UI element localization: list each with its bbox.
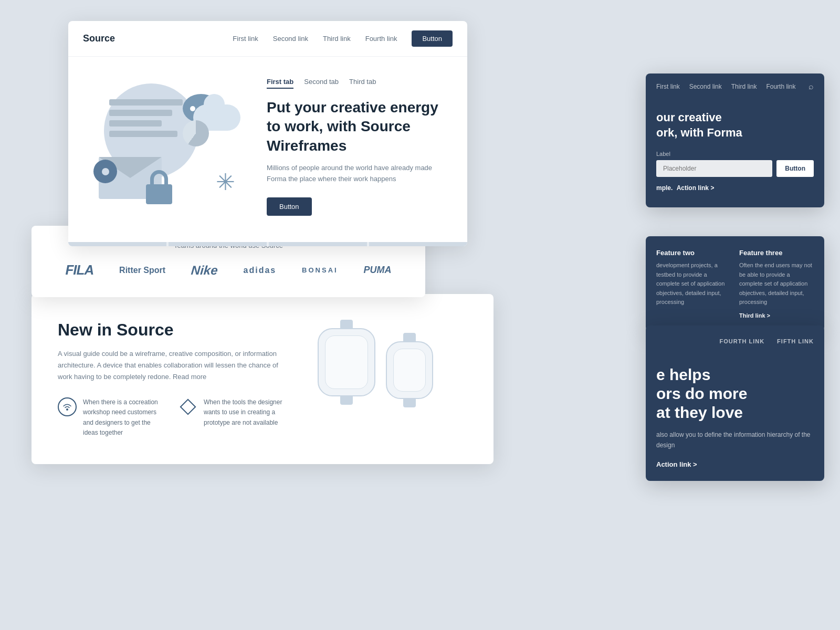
feature-text-2: When the tools the designer wants to use… bbox=[204, 397, 284, 428]
brand-fila: FILA bbox=[65, 262, 93, 278]
card-dark-top: First link Second link Third link Fourth… bbox=[646, 74, 824, 207]
dark-input-field[interactable] bbox=[656, 160, 772, 177]
new-feature-1: When there is a cocreation workshop need… bbox=[58, 397, 163, 438]
feature-three-link[interactable]: Third link > bbox=[739, 312, 814, 319]
hero-illustration: ✳ bbox=[83, 78, 251, 215]
brand-ritter: Ritter Sport bbox=[119, 266, 165, 275]
feature-card-three: Feature three Often the end users may no… bbox=[739, 249, 814, 319]
new-feature-2: When the tools the designer wants to use… bbox=[178, 397, 284, 438]
tab-third[interactable]: Third tab bbox=[349, 78, 376, 89]
watch-large bbox=[318, 328, 375, 396]
hero-title: Put your creative energy to work, with S… bbox=[267, 98, 453, 155]
hero-description: Millions of people around the world have… bbox=[267, 163, 453, 185]
hero-content: First tab Second tab Third tab Put your … bbox=[251, 78, 453, 216]
feature-text-1: When there is a cocreation workshop need… bbox=[83, 397, 163, 438]
dark-nav: First link Second link Third link Fourth… bbox=[646, 74, 824, 100]
dark-nav-third[interactable]: Third link bbox=[731, 83, 757, 90]
dark-nav-second[interactable]: Second link bbox=[689, 83, 722, 90]
dark-label: Label bbox=[656, 151, 814, 157]
watch-screen-small bbox=[393, 349, 426, 392]
footer-link-fifth[interactable]: FIFTH LINK bbox=[777, 338, 814, 344]
watch-body-small bbox=[386, 341, 433, 399]
nav-link-fourth[interactable]: Fourth link bbox=[365, 35, 397, 43]
card-dark-bottom: FOURTH LINK FIFTH LINK e helps ors do mo… bbox=[646, 326, 824, 481]
main-nav: Source First link Second link Third link… bbox=[68, 21, 467, 57]
card-dark-features: Feature two development projects, a test… bbox=[646, 236, 824, 331]
new-title: New in Source bbox=[58, 320, 284, 340]
lock-shackle bbox=[150, 170, 168, 186]
dark-input-row: Button bbox=[656, 160, 814, 177]
search-icon[interactable]: ⌕ bbox=[808, 82, 814, 91]
hero-cta-button[interactable]: Button bbox=[267, 197, 312, 216]
hero-tabs: First tab Second tab Third tab bbox=[267, 78, 453, 89]
illustration-pie bbox=[183, 120, 209, 146]
feature-card-two: Feature two development projects, a test… bbox=[656, 249, 731, 319]
illustration-lines bbox=[109, 99, 193, 141]
divider-bar-4 bbox=[369, 242, 467, 246]
feature-three-desc: Often the end users may not be able to p… bbox=[739, 261, 814, 307]
section-divider bbox=[68, 242, 467, 246]
watch-body-large bbox=[318, 328, 375, 396]
action-link-text[interactable]: Action link bbox=[677, 184, 709, 192]
divider-bar-3 bbox=[269, 242, 367, 246]
ill-line-2 bbox=[109, 110, 172, 116]
features-grid: Feature two development projects, a test… bbox=[656, 249, 814, 319]
feature-three-title: Feature three bbox=[739, 249, 814, 257]
illustration-lock bbox=[146, 170, 172, 204]
nav-link-second[interactable]: Second link bbox=[273, 35, 308, 43]
feature-icon-1 bbox=[58, 397, 77, 416]
brand-bonsai: BONSAI bbox=[302, 266, 338, 274]
dark-action-link: mple. Action link > bbox=[656, 184, 814, 192]
dark-nav-fourth[interactable]: Fourth link bbox=[766, 83, 795, 90]
card-new: New in Source A visual guide could be a … bbox=[32, 294, 494, 464]
tab-first[interactable]: First tab bbox=[267, 78, 293, 89]
feature-icon-2 bbox=[178, 397, 197, 416]
nav-link-third[interactable]: Third link bbox=[323, 35, 351, 43]
divider-bar-2 bbox=[169, 242, 267, 246]
dark-action-link-bottom[interactable]: Action link > bbox=[656, 460, 814, 468]
card-main: Source First link Second link Third link… bbox=[68, 21, 467, 246]
watch-illustration bbox=[284, 320, 467, 399]
new-description: A visual guide could be a wireframe, cre… bbox=[58, 348, 284, 383]
dark-bottom-desc: also allow you to define the information… bbox=[656, 429, 814, 451]
brand-nike: Nike bbox=[191, 263, 218, 278]
nav-links: First link Second link Third link Fourth… bbox=[233, 35, 397, 43]
new-content: New in Source A visual guide could be a … bbox=[58, 320, 284, 438]
ill-line-4 bbox=[109, 131, 177, 137]
nav-button[interactable]: Button bbox=[412, 30, 453, 47]
ill-line-3 bbox=[109, 120, 162, 127]
dark-bottom-title: e helps ors do more at they love bbox=[656, 365, 814, 422]
brand-puma: PUMA bbox=[364, 265, 392, 276]
dark-hero-title: our creative ork, with Forma bbox=[656, 110, 814, 140]
watch-screen-large bbox=[325, 335, 368, 389]
diamond-icon bbox=[180, 399, 196, 415]
tab-second[interactable]: Second tab bbox=[304, 78, 339, 89]
wifi-icon bbox=[62, 402, 72, 412]
lock-body bbox=[146, 184, 172, 204]
svg-point-0 bbox=[66, 408, 68, 411]
dark-button[interactable]: Button bbox=[776, 160, 814, 177]
feature-two-title: Feature two bbox=[656, 249, 731, 257]
logo: Source bbox=[83, 33, 115, 44]
nav-link-first[interactable]: First link bbox=[233, 35, 258, 43]
dark-footer-links: FOURTH LINK FIFTH LINK bbox=[656, 338, 814, 344]
dark-nav-first[interactable]: First link bbox=[656, 83, 680, 90]
hero-section: ✳ First tab Second tab Third tab Put you… bbox=[68, 57, 467, 242]
dark-bottom-content: e helps ors do more at they love also al… bbox=[656, 360, 814, 468]
dark-hero: our creative ork, with Forma Label Butto… bbox=[646, 100, 824, 207]
divider-bar-1 bbox=[68, 242, 166, 246]
new-features: When there is a cocreation workshop need… bbox=[58, 397, 284, 438]
watch-small bbox=[386, 341, 433, 399]
footer-link-fourth[interactable]: FOURTH LINK bbox=[720, 338, 765, 344]
feature-two-desc: development projects, a testbed to provi… bbox=[656, 261, 731, 307]
brands-row: FILA Ritter Sport Nike adidas BONSAI PUM… bbox=[52, 262, 404, 278]
illustration-star: ✳ bbox=[216, 171, 235, 194]
brand-adidas: adidas bbox=[244, 266, 277, 275]
ill-line-1 bbox=[109, 99, 183, 106]
